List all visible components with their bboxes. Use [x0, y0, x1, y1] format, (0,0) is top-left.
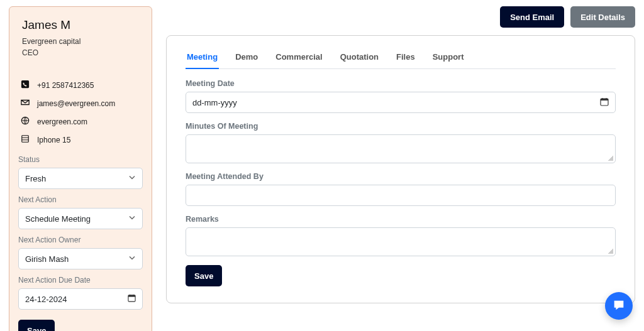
contact-email-row: james@evergreen.com [18, 94, 143, 112]
chevron-down-icon [128, 174, 136, 183]
contact-website-row: evergreen.com [18, 112, 143, 131]
chevron-down-icon [128, 214, 136, 224]
contact-website: evergreen.com [37, 117, 87, 126]
contact-device: Iphone 15 [37, 136, 70, 144]
due-date-label: Next Action Due Date [18, 276, 143, 285]
email-icon [21, 98, 30, 109]
owner-value: Girish Mash [25, 254, 69, 264]
page-actions: Send Email Edit Details [166, 6, 635, 28]
sidebar-save-button[interactable]: Save [18, 320, 55, 331]
owner-label: Next Action Owner [18, 236, 143, 244]
meeting-date-input[interactable]: dd-mm-yyyy [186, 92, 616, 113]
svg-rect-6 [128, 295, 135, 297]
contact-device-row: Iphone 15 [18, 131, 143, 149]
remarks-textarea[interactable] [186, 227, 616, 256]
tab-files[interactable]: Files [395, 47, 416, 69]
tabs: Meeting Demo Commercial Quotation Files … [186, 47, 616, 69]
globe-icon [21, 116, 30, 127]
tab-commercial[interactable]: Commercial [274, 47, 323, 69]
svg-rect-10 [601, 99, 608, 100]
tab-demo[interactable]: Demo [234, 47, 259, 69]
chat-widget-button[interactable] [605, 292, 633, 320]
remarks-label: Remarks [186, 215, 616, 224]
status-select[interactable]: Fresh [18, 168, 143, 189]
chat-icon [612, 298, 626, 314]
due-date-value: 24-12-2024 [25, 295, 67, 304]
attended-label: Meeting Attended By [186, 172, 616, 181]
tab-meeting[interactable]: Meeting [186, 47, 219, 69]
contact-phone-row: +91 2587412365 [18, 76, 143, 94]
meeting-date-placeholder: dd-mm-yyyy [192, 98, 237, 107]
next-action-value: Schedule Meeting [25, 214, 91, 224]
contact-card: James M Evergreen capital CEO +91 258741… [9, 6, 152, 331]
meeting-date-label: Meeting Date [186, 79, 616, 88]
next-action-select[interactable]: Schedule Meeting [18, 208, 143, 229]
minutes-textarea[interactable] [186, 134, 616, 163]
svg-rect-5 [128, 295, 135, 301]
edit-details-button[interactable]: Edit Details [570, 6, 635, 28]
owner-select[interactable]: Girish Mash [18, 248, 143, 269]
tab-support[interactable]: Support [431, 47, 465, 69]
svg-rect-2 [22, 136, 29, 143]
calendar-icon [600, 97, 609, 108]
phone-icon [21, 80, 30, 90]
contact-info-list: +91 2587412365 james@evergreen.com everg… [18, 76, 143, 149]
chevron-down-icon [128, 254, 136, 264]
contact-role: CEO [22, 47, 143, 58]
contact-company: Evergreen capital [22, 36, 143, 47]
contact-name: James M [22, 18, 143, 32]
device-icon [21, 134, 30, 145]
svg-rect-0 [21, 80, 29, 88]
contact-phone: +91 2587412365 [37, 81, 94, 90]
minutes-label: Minutes Of Meeting [186, 122, 616, 131]
meeting-save-button[interactable]: Save [186, 265, 222, 286]
details-card: Meeting Demo Commercial Quotation Files … [166, 35, 635, 303]
next-action-label: Next Action [18, 195, 143, 204]
calendar-icon [128, 294, 136, 304]
status-label: Status [18, 155, 143, 164]
contact-email: james@evergreen.com [37, 99, 115, 108]
attended-input[interactable] [186, 185, 616, 206]
due-date-input[interactable]: 24-12-2024 [18, 288, 143, 310]
send-email-button[interactable]: Send Email [500, 6, 564, 28]
status-value: Fresh [25, 174, 46, 183]
tab-quotation[interactable]: Quotation [339, 47, 380, 69]
